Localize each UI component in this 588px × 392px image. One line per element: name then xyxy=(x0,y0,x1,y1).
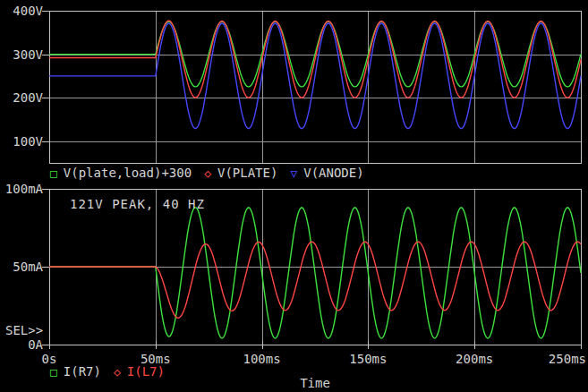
y-tick-label-200v: 200V xyxy=(13,90,43,105)
voltage-legend: □ V(plate,load)+300 ◇ V(PLATE) ▽ V(ANODE… xyxy=(50,166,364,181)
probe-waveform-window: 400V 300V 200V 100V 100mA 50mA 0A SEL>> … xyxy=(0,0,588,392)
plot-text-annotation: 121V PEAK, 40 HZ xyxy=(70,197,205,212)
x-tick-label-250ms: 250ms xyxy=(549,352,586,366)
sel-indicator: SEL>> xyxy=(5,323,43,337)
legend-item-i-l7[interactable]: ◇ I(L7) xyxy=(114,364,165,379)
diamond-marker-icon: ◇ xyxy=(114,365,121,379)
x-tick-label-150ms: 150ms xyxy=(349,352,387,366)
legend-item-i-r7[interactable]: □ I(R7) xyxy=(50,364,101,379)
y-tick-label-50ma: 50mA xyxy=(13,260,43,274)
legend-label: V(plate,load)+300 xyxy=(64,166,192,181)
waveform-canvas[interactable] xyxy=(0,0,588,392)
triangle-down-marker-icon: ▽ xyxy=(290,166,297,180)
square-marker-icon: □ xyxy=(50,166,57,180)
x-axis-title: Time xyxy=(300,376,330,390)
y-tick-label-100ma: 100mA xyxy=(5,182,43,196)
y-tick-label-300v: 300V xyxy=(13,47,43,62)
legend-label: V(PLATE) xyxy=(217,166,277,181)
legend-item-v-plate[interactable]: ◇ V(PLATE) xyxy=(204,166,277,181)
y-tick-label-400v: 400V xyxy=(13,4,43,18)
legend-item-v-anode[interactable]: ▽ V(ANODE) xyxy=(290,166,363,181)
y-tick-label-100v: 100V xyxy=(13,134,43,149)
x-tick-label-100ms: 100ms xyxy=(243,352,281,366)
current-legend: □ I(R7) ◇ I(L7) xyxy=(50,364,165,379)
legend-label: I(R7) xyxy=(64,364,101,379)
legend-item-v-plate-load[interactable]: □ V(plate,load)+300 xyxy=(50,166,192,181)
x-tick-label-200ms: 200ms xyxy=(456,352,493,366)
legend-label: V(ANODE) xyxy=(303,166,363,181)
diamond-marker-icon: ◇ xyxy=(204,166,211,180)
legend-label: I(L7) xyxy=(127,364,165,379)
square-marker-icon: □ xyxy=(50,365,57,379)
y-tick-label-0a: 0A xyxy=(28,337,43,352)
